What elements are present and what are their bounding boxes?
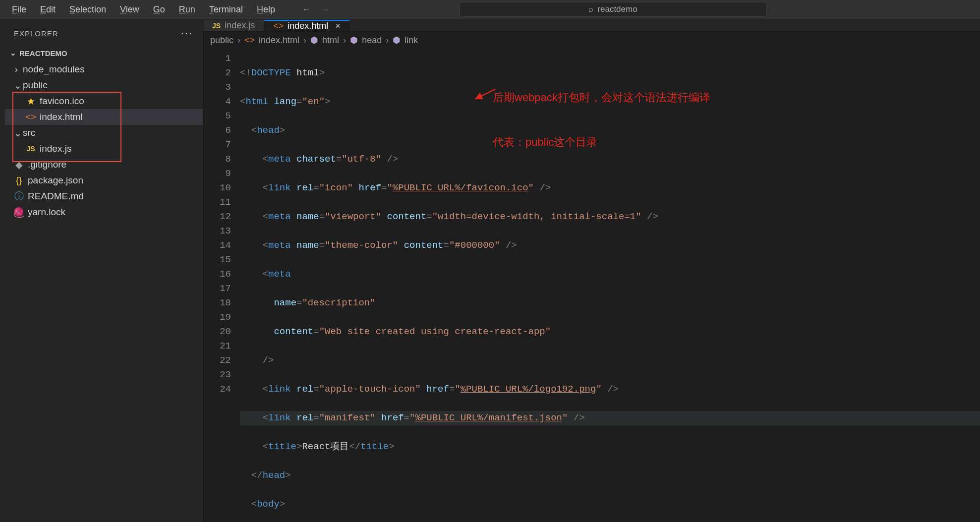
tab-index-html[interactable]: <> index.html ×: [264, 20, 350, 31]
menu-view[interactable]: View: [113, 2, 146, 17]
explorer-more-icon[interactable]: ···: [181, 27, 193, 40]
menu-run[interactable]: Run: [172, 2, 202, 17]
menu-bar: File Edit Selection View Go Run Terminal…: [0, 0, 980, 20]
html-icon: <>: [244, 35, 255, 46]
js-icon: JS: [212, 22, 221, 30]
editor-area: JS index.js <> index.html × public› <> i…: [203, 20, 980, 522]
nav-forward-icon[interactable]: →: [321, 4, 330, 15]
js-icon: JS: [26, 145, 36, 153]
tree-folder-src[interactable]: ⌄src: [5, 125, 203, 141]
tree-file-indexjs[interactable]: JS index.js: [5, 141, 203, 157]
tree-file-indexhtml[interactable]: <> index.html: [5, 109, 203, 125]
tree-file-yarnlock[interactable]: 🧶 yarn.lock: [5, 204, 203, 220]
tree-file-packagejson[interactable]: {} package.json: [5, 173, 203, 188]
menu-edit[interactable]: Edit: [33, 2, 62, 17]
symbol-icon: ⬢: [310, 35, 318, 46]
tab-index-js[interactable]: JS index.js: [203, 20, 264, 31]
close-icon[interactable]: ×: [335, 21, 341, 31]
code-editor[interactable]: <!DOCTYPE html> <html lang="en"> <head> …: [240, 49, 980, 522]
menu-help[interactable]: Help: [250, 2, 282, 17]
line-gutter: 123456789101112131415161718192021222324: [203, 49, 240, 522]
command-center[interactable]: ⌕ reactdemo: [460, 2, 767, 17]
info-icon: ⓘ: [14, 190, 24, 203]
yarn-icon: 🧶: [14, 207, 24, 218]
search-icon: ⌕: [588, 4, 593, 14]
menu-selection[interactable]: Selection: [62, 2, 113, 17]
symbol-icon: ⬢: [393, 35, 401, 46]
tree-folder-node_modules[interactable]: ›node_modules: [5, 61, 203, 77]
breadcrumbs[interactable]: public› <> index.html› ⬢ html› ⬢ head› ⬢…: [203, 32, 980, 49]
explorer-title: EXPLORER: [14, 29, 58, 38]
tree-file-readme[interactable]: ⓘ README.md: [5, 188, 203, 204]
html-icon: <>: [26, 112, 36, 122]
git-icon: ◆: [14, 159, 24, 171]
tree-file-favicon[interactable]: ★ favicon.ico: [5, 93, 203, 109]
project-root[interactable]: ⌄ REACTDEMO: [0, 45, 203, 61]
tree-file-gitignore[interactable]: ◆ .gitignore: [5, 157, 203, 173]
star-icon: ★: [26, 96, 36, 107]
menu-go[interactable]: Go: [146, 2, 172, 17]
html-icon: <>: [273, 21, 284, 31]
editor-tabs: JS index.js <> index.html ×: [203, 20, 980, 32]
command-center-text: reactdemo: [597, 4, 637, 14]
menu-terminal[interactable]: Terminal: [202, 2, 250, 17]
tree-folder-public[interactable]: ⌄public: [5, 77, 203, 93]
menu-file[interactable]: File: [5, 2, 33, 17]
file-tree: ›node_modules ⌄public ★ favicon.ico <> i…: [0, 61, 203, 220]
explorer-panel: EXPLORER ··· ⌄ REACTDEMO ›node_modules ⌄…: [0, 20, 203, 522]
json-icon: {}: [14, 175, 24, 186]
nav-back-icon[interactable]: ←: [302, 4, 311, 15]
symbol-icon: ⬢: [350, 35, 358, 46]
